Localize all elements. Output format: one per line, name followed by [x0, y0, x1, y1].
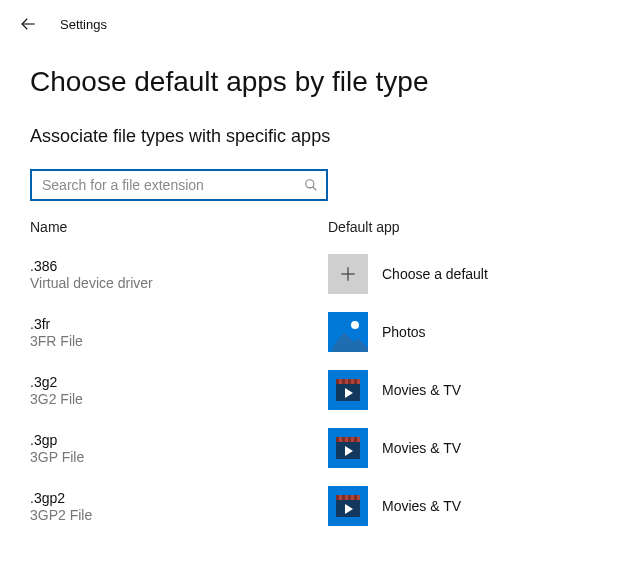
svg-rect-29: [354, 495, 357, 500]
column-name: Name: [30, 219, 328, 235]
svg-rect-18: [336, 437, 339, 442]
default-app-name: Choose a default: [382, 266, 488, 282]
header-title: Settings: [60, 17, 107, 32]
header: Settings: [0, 0, 640, 44]
svg-rect-27: [342, 495, 345, 500]
file-type-cell: .3gp3GP File: [30, 432, 328, 465]
file-extension: .3fr: [30, 316, 328, 332]
svg-rect-20: [348, 437, 351, 442]
movies-app-icon: [328, 370, 368, 410]
svg-point-6: [351, 321, 359, 329]
back-arrow-icon: [19, 15, 37, 33]
file-extension: .386: [30, 258, 328, 274]
file-description: 3GP File: [30, 449, 328, 465]
default-app-name: Movies & TV: [382, 440, 461, 456]
file-type-cell: .3g23G2 File: [30, 374, 328, 407]
file-description: 3G2 File: [30, 391, 328, 407]
svg-rect-12: [348, 379, 351, 384]
search-box[interactable]: [30, 169, 328, 201]
svg-rect-26: [336, 495, 339, 500]
svg-rect-13: [354, 379, 357, 384]
file-type-list: .386Virtual device driverChoose a defaul…: [30, 245, 610, 535]
column-default-app: Default app: [328, 219, 610, 235]
file-type-row: .3gp23GP2 FileMovies & TV: [30, 477, 610, 535]
file-type-cell: .3fr3FR File: [30, 316, 328, 349]
plus-icon: [328, 254, 368, 294]
svg-point-1: [306, 180, 314, 188]
default-app-name: Movies & TV: [382, 382, 461, 398]
search-input[interactable]: [40, 176, 304, 194]
svg-rect-21: [354, 437, 357, 442]
svg-line-2: [313, 187, 317, 191]
file-type-row: .3fr3FR FilePhotos: [30, 303, 610, 361]
default-app-button[interactable]: Movies & TV: [328, 486, 610, 526]
file-extension: .3gp2: [30, 490, 328, 506]
svg-rect-10: [336, 379, 339, 384]
file-type-row: .3gp3GP FileMovies & TV: [30, 419, 610, 477]
svg-rect-19: [342, 437, 345, 442]
default-app-button[interactable]: Photos: [328, 312, 610, 352]
file-description: Virtual device driver: [30, 275, 328, 291]
back-button[interactable]: [14, 10, 42, 38]
file-type-row: .386Virtual device driverChoose a defaul…: [30, 245, 610, 303]
page-subtitle: Associate file types with specific apps: [30, 126, 610, 147]
movies-app-icon: [328, 428, 368, 468]
default-app-button[interactable]: Movies & TV: [328, 370, 610, 410]
default-app-button[interactable]: Movies & TV: [328, 428, 610, 468]
svg-rect-28: [348, 495, 351, 500]
photos-app-icon: [328, 312, 368, 352]
file-extension: .3g2: [30, 374, 328, 390]
default-app-name: Photos: [382, 324, 426, 340]
movies-app-icon: [328, 486, 368, 526]
file-type-cell: .386Virtual device driver: [30, 258, 328, 291]
column-headers: Name Default app: [30, 219, 610, 235]
default-app-button[interactable]: Choose a default: [328, 254, 610, 294]
file-type-row: .3g23G2 FileMovies & TV: [30, 361, 610, 419]
file-description: 3FR File: [30, 333, 328, 349]
main: Choose default apps by file type Associa…: [0, 44, 640, 535]
file-description: 3GP2 File: [30, 507, 328, 523]
default-app-name: Movies & TV: [382, 498, 461, 514]
file-type-cell: .3gp23GP2 File: [30, 490, 328, 523]
svg-rect-11: [342, 379, 345, 384]
search-icon: [304, 178, 318, 192]
file-extension: .3gp: [30, 432, 328, 448]
page-title: Choose default apps by file type: [30, 66, 610, 98]
